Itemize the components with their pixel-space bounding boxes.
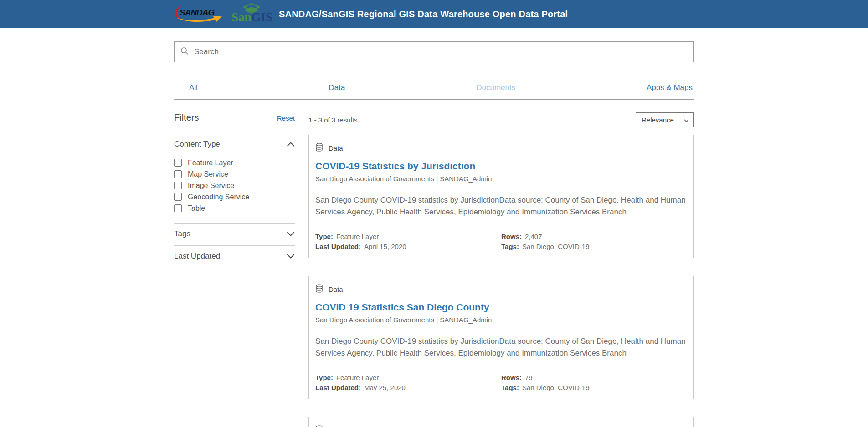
sort-select-value: Relevance (642, 116, 674, 124)
option-feature-layer[interactable]: Feature Layer (174, 157, 295, 168)
meta-type-value: Feature Layer (336, 373, 379, 382)
checkbox-feature-layer[interactable] (174, 159, 182, 167)
sangis-logo-gis: GIS (252, 10, 273, 24)
meta-type-label: Type: (315, 232, 333, 241)
chevron-down-icon (684, 116, 689, 124)
results-panel: 1 - 3 of 3 results Relevance (308, 112, 694, 427)
card-publisher: San Diego Association of Governments | S… (315, 175, 687, 183)
tab-data[interactable]: Data (329, 83, 345, 92)
card-category: Data (329, 285, 343, 293)
meta-rows-label: Rows: (501, 232, 522, 241)
result-card: Data COVID-19 Statistics by Jurisdiction… (308, 135, 694, 258)
meta-tags-label: Tags: (501, 242, 519, 251)
search-box[interactable] (174, 41, 694, 62)
tabs-bar: All Data Documents Apps & Maps (174, 83, 694, 100)
svg-text:SanGIS: SanGIS (231, 10, 272, 24)
meta-rows-value: 2,407 (525, 232, 542, 241)
tab-apps-maps[interactable]: Apps & Maps (647, 83, 693, 92)
option-map-service[interactable]: Map Service (174, 168, 295, 180)
tab-all[interactable]: All (189, 83, 198, 92)
result-card: Data (308, 417, 694, 427)
meta-updated-label: Last Updated: (315, 242, 361, 251)
tags-label: Tags (174, 229, 190, 239)
option-image-service[interactable]: Image Service (174, 180, 295, 191)
reset-filters-button[interactable]: Reset (277, 114, 295, 122)
last-updated-section-header[interactable]: Last Updated (174, 246, 295, 267)
checkbox-geocoding-service[interactable] (174, 193, 182, 201)
sort-select[interactable]: Relevance (636, 112, 694, 127)
tags-section-header[interactable]: Tags (174, 224, 295, 244)
chevron-down-icon (287, 252, 295, 261)
filters-sidebar: Filters Reset Content Type Feature Layer… (174, 112, 295, 427)
card-title-link[interactable]: COVID 19 Statistics San Diego County (315, 302, 687, 313)
content-type-label: Content Type (174, 140, 220, 149)
chevron-down-icon (287, 229, 295, 239)
meta-updated-value: April 15, 2020 (364, 242, 406, 251)
option-geocoding-service[interactable]: Geocoding Service (174, 191, 295, 203)
chevron-up-icon (287, 140, 295, 149)
checkbox-map-service[interactable] (174, 170, 182, 178)
meta-type-label: Type: (315, 373, 333, 382)
meta-rows-value: 79 (525, 373, 533, 382)
sandag-logo: SANDAG (174, 4, 225, 25)
search-input[interactable] (193, 47, 688, 57)
meta-tags-value: San Diego, COVID-19 (522, 242, 590, 251)
card-description: San Diego County COVID-19 statistics by … (315, 194, 687, 218)
database-icon (315, 425, 323, 427)
checkbox-image-service[interactable] (174, 182, 182, 189)
filters-title: Filters (174, 112, 199, 123)
meta-updated-value: May 25, 2020 (364, 383, 406, 392)
sangis-logo: SanGIS (229, 3, 274, 25)
result-card: Data COVID 19 Statistics San Diego Count… (308, 276, 694, 399)
content-type-section-header[interactable]: Content Type (174, 140, 295, 149)
results-count: 1 - 3 of 3 results (308, 116, 358, 124)
sangis-logo-san: San (231, 10, 252, 24)
tab-documents: Documents (476, 83, 515, 92)
card-category: Data (329, 144, 343, 152)
search-icon (180, 47, 189, 57)
meta-updated-label: Last Updated: (315, 383, 361, 392)
page-title: SANDAG/SanGIS Regional GIS Data Warehous… (279, 9, 568, 20)
card-publisher: San Diego Association of Governments | S… (315, 316, 687, 324)
meta-tags-value: San Diego, COVID-19 (522, 383, 590, 392)
sandag-logo-text: SANDAG (180, 8, 215, 17)
main-content: All Data Documents Apps & Maps Filters R… (174, 41, 694, 427)
database-icon (315, 284, 323, 294)
checkbox-table[interactable] (174, 204, 182, 212)
option-table[interactable]: Table (174, 203, 295, 214)
meta-type-value: Feature Layer (336, 232, 379, 241)
content-type-options: Feature Layer Map Service Image Service … (174, 157, 295, 214)
card-description: San Diego County COVID-19 statistics by … (315, 336, 687, 359)
meta-rows-label: Rows: (501, 373, 522, 382)
card-title-link[interactable]: COVID-19 Statistics by Jurisdiction (315, 161, 687, 172)
app-header: SANDAG SanGIS SANDAG/SanGIS Regional GIS… (0, 0, 868, 28)
logo-group: SANDAG SanGIS (174, 3, 274, 25)
meta-tags-label: Tags: (501, 383, 519, 392)
last-updated-label: Last Updated (174, 252, 220, 261)
divider (174, 130, 295, 130)
database-icon (315, 143, 323, 153)
